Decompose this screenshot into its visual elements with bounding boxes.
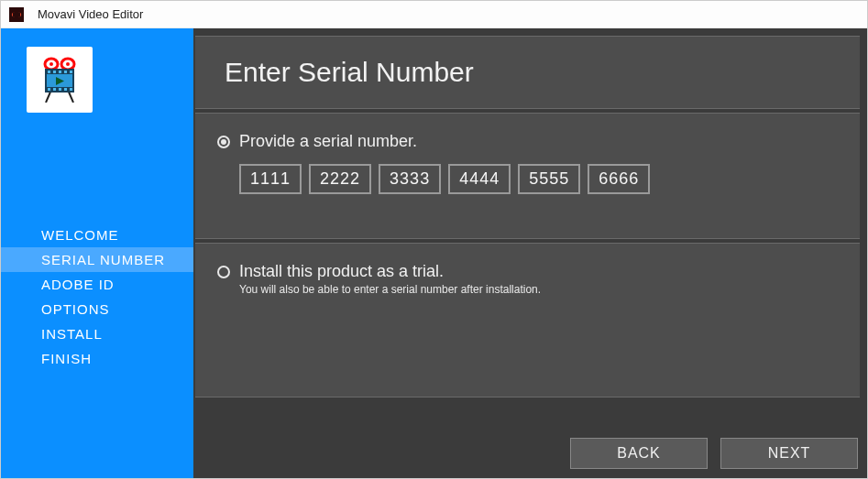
trial-radio[interactable] [217, 266, 230, 278]
nav-list: WELCOME SERIAL NUMBER ADOBE ID OPTIONS I… [1, 223, 193, 371]
header-panel: Enter Serial Number [195, 36, 860, 109]
serial-field-6[interactable]: 6666 [588, 164, 650, 194]
serial-inputs: 1111 2222 3333 4444 5555 6666 [239, 164, 860, 194]
content-area: WELCOME SERIAL NUMBER ADOBE ID OPTIONS I… [1, 28, 867, 478]
svg-point-4 [13, 14, 15, 16]
trial-option-panel: Install this product as a trial. You wil… [195, 243, 860, 397]
svg-rect-24 [70, 88, 72, 91]
trial-hint: You will also be able to enter a serial … [239, 283, 860, 296]
titlebar-text: Movavi Video Editor [38, 7, 143, 21]
app-icon [8, 6, 25, 23]
sidebar-item-finish[interactable]: FINISH [1, 346, 193, 371]
button-bar: BACK NEXT [195, 438, 860, 469]
titlebar: Movavi Video Editor [1, 1, 867, 28]
svg-rect-16 [53, 71, 56, 73]
svg-rect-22 [59, 88, 61, 91]
svg-point-11 [66, 62, 70, 66]
serial-field-2[interactable]: 2222 [309, 164, 371, 194]
serial-radio[interactable] [217, 136, 230, 148]
main-panel: Enter Serial Number Provide a serial num… [193, 28, 867, 478]
serial-option-panel: Provide a serial number. 1111 2222 3333 … [195, 113, 860, 239]
svg-rect-21 [53, 88, 56, 91]
svg-rect-19 [70, 71, 72, 73]
page-title: Enter Serial Number [225, 57, 860, 88]
sidebar-item-serial-number[interactable]: SERIAL NUMBER [1, 247, 193, 272]
serial-radio-row[interactable]: Provide a serial number. [217, 132, 860, 151]
sidebar-item-install[interactable]: INSTALL [1, 321, 193, 346]
svg-rect-15 [48, 71, 50, 73]
svg-rect-18 [64, 71, 67, 73]
trial-radio-row[interactable]: Install this product as a trial. [217, 262, 860, 281]
svg-rect-17 [59, 71, 61, 73]
serial-radio-label: Provide a serial number. [239, 132, 417, 151]
sidebar-item-welcome[interactable]: WELCOME [1, 223, 193, 247]
back-button[interactable]: BACK [570, 438, 708, 469]
sidebar-item-options[interactable]: OPTIONS [1, 297, 193, 321]
serial-field-5[interactable]: 5555 [518, 164, 580, 194]
sidebar-item-adobe-id[interactable]: ADOBE ID [1, 272, 193, 297]
serial-field-4[interactable]: 4444 [448, 164, 511, 194]
svg-rect-20 [48, 88, 50, 91]
svg-point-5 [18, 14, 20, 16]
next-button[interactable]: NEXT [720, 438, 858, 469]
serial-field-1[interactable]: 1111 [239, 164, 302, 194]
serial-field-3[interactable]: 3333 [379, 164, 441, 194]
installer-window: Movavi Video Editor [0, 0, 868, 479]
app-logo [27, 47, 93, 113]
svg-rect-23 [64, 88, 67, 91]
sidebar: WELCOME SERIAL NUMBER ADOBE ID OPTIONS I… [1, 28, 193, 478]
trial-radio-label: Install this product as a trial. [239, 262, 444, 281]
svg-point-10 [49, 62, 53, 66]
